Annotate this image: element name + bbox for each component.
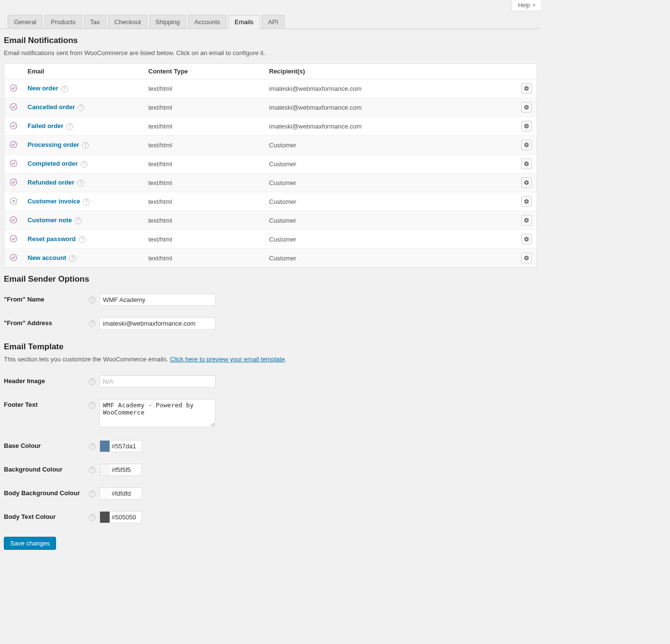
- bg-colour-swatch[interactable]: [100, 464, 110, 475]
- template-desc: This section lets you customize the WooC…: [4, 356, 537, 363]
- base-colour-input[interactable]: [110, 441, 142, 452]
- table-row: Completed order?text/htmlCustomer: [4, 155, 537, 173]
- content-type-cell: text/html: [143, 173, 264, 192]
- template-desc-pre: This section lets you customize the WooC…: [4, 356, 170, 363]
- gear-icon[interactable]: [521, 234, 532, 244]
- table-row: Failed order?text/htmlimateski@webmaxfor…: [4, 117, 537, 136]
- template-heading: Email Template: [4, 335, 537, 356]
- svg-point-3: [10, 141, 17, 148]
- check-circle-icon: [9, 159, 18, 168]
- help-icon[interactable]: ?: [89, 402, 96, 409]
- gear-icon[interactable]: [521, 83, 532, 94]
- email-name-link[interactable]: New order: [28, 85, 58, 92]
- body-bg-colour-swatch[interactable]: [100, 488, 110, 499]
- recipient-cell: Customer: [264, 230, 516, 249]
- help-tab[interactable]: Help ▼: [512, 0, 541, 11]
- from-addr-input[interactable]: [100, 317, 215, 329]
- recipient-cell: imateski@webmaxformance.com: [264, 79, 516, 98]
- template-desc-post: .: [285, 356, 286, 363]
- content-type-cell: text/html: [143, 117, 264, 136]
- check-circle-icon: [9, 178, 18, 186]
- svg-point-1: [10, 103, 17, 110]
- help-icon[interactable]: ?: [89, 490, 96, 497]
- content-type-cell: text/html: [143, 98, 264, 117]
- gear-icon[interactable]: [521, 121, 532, 131]
- arrow-right-icon: [9, 197, 18, 205]
- help-icon[interactable]: ?: [89, 378, 96, 385]
- recipient-cell: Customer: [264, 173, 516, 192]
- gear-icon[interactable]: [521, 102, 532, 113]
- check-circle-icon: [9, 102, 18, 111]
- help-icon[interactable]: ?: [81, 161, 87, 168]
- email-name-link[interactable]: Completed order: [28, 160, 78, 167]
- table-row: New order?text/htmlimateski@webmaxforman…: [4, 79, 537, 98]
- help-icon[interactable]: ?: [89, 467, 96, 473]
- body-text-colour-swatch[interactable]: [100, 512, 110, 523]
- gear-icon[interactable]: [521, 215, 532, 226]
- recipient-cell: Customer: [264, 249, 516, 268]
- help-icon[interactable]: ?: [83, 199, 90, 205]
- email-name-link[interactable]: Failed order: [28, 122, 63, 129]
- bg-colour-input[interactable]: [110, 464, 142, 475]
- recipient-cell: imateski@webmaxformance.com: [264, 117, 516, 136]
- tab-checkout[interactable]: Checkout: [108, 15, 147, 29]
- col-email: Email: [23, 64, 143, 79]
- svg-point-4: [10, 160, 17, 167]
- gear-icon[interactable]: [521, 158, 532, 169]
- content-type-cell: text/html: [143, 249, 264, 268]
- help-icon[interactable]: ?: [66, 123, 73, 130]
- check-circle-icon: [9, 234, 18, 243]
- help-icon[interactable]: ?: [77, 180, 84, 186]
- content-type-cell: text/html: [143, 192, 264, 211]
- svg-point-0: [10, 85, 17, 91]
- help-icon[interactable]: ?: [89, 297, 96, 303]
- help-icon[interactable]: ?: [61, 86, 68, 92]
- tab-accounts[interactable]: Accounts: [188, 15, 226, 29]
- help-label: Help: [518, 2, 530, 9]
- gear-icon[interactable]: [521, 140, 532, 150]
- email-name-link[interactable]: Customer note: [28, 216, 72, 224]
- svg-point-9: [10, 254, 17, 261]
- help-icon[interactable]: ?: [78, 104, 85, 111]
- tab-general[interactable]: General: [8, 15, 43, 29]
- content-type-cell: text/html: [143, 211, 264, 230]
- settings-tabs: GeneralProductsTaxCheckoutShippingAccoun…: [0, 11, 541, 29]
- base-colour-label: Base Colour: [4, 440, 86, 449]
- email-name-link[interactable]: Customer invoice: [28, 198, 80, 205]
- bg-colour-label: Background Colour: [4, 464, 86, 473]
- tab-shipping[interactable]: Shipping: [149, 15, 186, 29]
- header-image-input[interactable]: [100, 375, 215, 387]
- body-text-colour-input[interactable]: [110, 512, 142, 523]
- help-icon[interactable]: ?: [89, 320, 96, 327]
- svg-point-2: [10, 122, 17, 129]
- email-name-link[interactable]: Reset password: [28, 235, 76, 243]
- email-name-link[interactable]: Refunded order: [28, 179, 74, 186]
- from-name-input[interactable]: [100, 294, 215, 306]
- check-circle-icon: [9, 140, 18, 149]
- table-row: Reset password?text/htmlCustomer: [4, 230, 537, 249]
- email-name-link[interactable]: Cancelled order: [28, 103, 75, 111]
- save-button[interactable]: Save changes: [4, 537, 56, 550]
- base-colour-swatch[interactable]: [100, 441, 110, 452]
- table-row: Processing order?text/htmlCustomer: [4, 136, 537, 155]
- gear-icon[interactable]: [521, 253, 532, 263]
- gear-icon[interactable]: [521, 177, 532, 188]
- check-circle-icon: [9, 84, 18, 92]
- help-icon[interactable]: ?: [79, 236, 86, 243]
- email-name-link[interactable]: Processing order: [28, 141, 79, 148]
- help-icon[interactable]: ?: [75, 217, 82, 224]
- help-icon[interactable]: ?: [89, 443, 96, 450]
- help-icon[interactable]: ?: [69, 255, 76, 262]
- tab-api[interactable]: API: [262, 15, 285, 29]
- email-name-link[interactable]: New account: [28, 254, 66, 261]
- help-icon[interactable]: ?: [89, 514, 96, 521]
- body-bg-colour-input[interactable]: [110, 488, 142, 499]
- tab-tax[interactable]: Tax: [84, 15, 106, 29]
- footer-text-input[interactable]: [100, 399, 215, 427]
- tab-products[interactable]: Products: [44, 15, 82, 29]
- help-icon[interactable]: ?: [82, 142, 89, 149]
- svg-point-8: [10, 235, 17, 242]
- preview-template-link[interactable]: Click here to preview your email templat…: [170, 356, 285, 363]
- tab-emails[interactable]: Emails: [228, 15, 260, 29]
- gear-icon[interactable]: [521, 196, 532, 207]
